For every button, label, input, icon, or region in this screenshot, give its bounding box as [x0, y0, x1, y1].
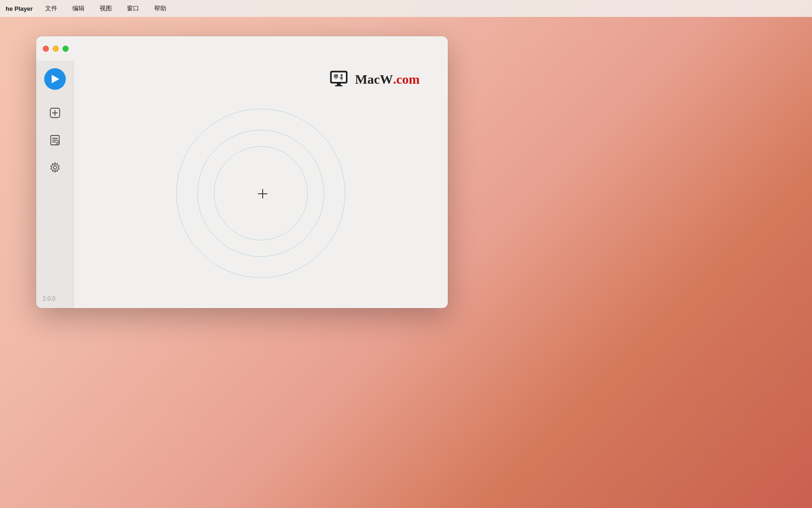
window-body: MacW.com: [36, 61, 448, 308]
document-button[interactable]: [46, 131, 64, 149]
menubar: he Player 文件 编辑 视图 窗口 帮助: [0, 0, 812, 17]
logo-monitor-icon: [329, 70, 352, 89]
svg-point-16: [341, 74, 343, 77]
traffic-lights: [43, 46, 69, 52]
logo-area: MacW.com: [329, 70, 420, 89]
minimize-button[interactable]: [53, 46, 59, 52]
logo-text: MacW.com: [355, 73, 420, 86]
svg-rect-21: [342, 79, 343, 80]
add-button[interactable]: [46, 104, 64, 122]
settings-button[interactable]: [46, 159, 64, 176]
logo-com: .com: [393, 73, 420, 86]
menu-window[interactable]: 窗口: [124, 3, 142, 14]
svg-rect-19: [342, 77, 343, 79]
crosshair-cursor: [258, 189, 267, 198]
svg-rect-10: [337, 83, 341, 85]
svg-rect-20: [341, 79, 342, 80]
menu-file[interactable]: 文件: [42, 3, 60, 14]
sidebar: [36, 61, 74, 308]
bottom-bar: 2.0.0: [36, 289, 74, 308]
document-icon: [49, 134, 61, 146]
play-icon: [52, 75, 59, 83]
svg-rect-14: [335, 78, 337, 79]
svg-rect-15: [335, 79, 337, 79]
menu-view[interactable]: 视图: [97, 3, 115, 14]
svg-rect-13: [334, 74, 338, 78]
add-icon: [49, 107, 61, 119]
logo-macw: MacW: [355, 73, 393, 86]
app-name: he Player: [6, 5, 33, 12]
menu-help[interactable]: 帮助: [151, 3, 169, 14]
circles-container: [172, 104, 350, 283]
play-button[interactable]: [44, 68, 66, 90]
main-content: MacW.com: [74, 61, 448, 308]
menu-edit[interactable]: 编辑: [70, 3, 87, 14]
svg-rect-18: [340, 77, 341, 79]
svg-rect-11: [335, 85, 343, 87]
title-bar: [36, 36, 448, 61]
app-window: MacW.com 2.0.0: [36, 36, 448, 308]
settings-icon: [49, 161, 61, 174]
close-button[interactable]: [43, 46, 49, 52]
svg-point-7: [53, 166, 56, 169]
version-text: 2.0.0: [43, 295, 55, 302]
maximize-button[interactable]: [62, 46, 69, 52]
